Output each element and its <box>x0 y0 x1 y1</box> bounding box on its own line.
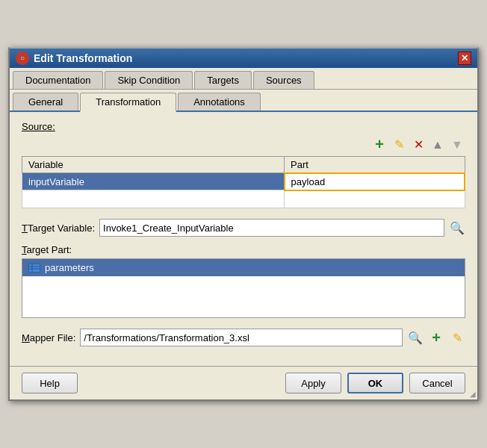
table-row-empty <box>22 190 465 208</box>
cell-part: payload <box>285 173 465 190</box>
tab-skip-condition[interactable]: Skip Condition <box>105 71 193 89</box>
target-variable-search-button[interactable]: 🔍 <box>449 220 465 236</box>
title-bar: ○ Edit Transformation ✕ <box>10 49 477 68</box>
source-toolbar: + ✎ ✕ ▲ ▼ <box>22 137 465 153</box>
action-buttons: Apply OK Cancel <box>285 373 465 393</box>
add-source-button[interactable]: + <box>371 137 388 153</box>
cancel-button[interactable]: Cancel <box>409 373 465 393</box>
tab-row-2: General Transformation Annotations <box>10 90 477 112</box>
source-table: Variable Part inputVariable payload <box>22 156 465 209</box>
tab-documentation[interactable]: Documentation <box>13 71 103 89</box>
delete-source-button[interactable]: ✕ <box>410 137 426 153</box>
ok-button[interactable]: OK <box>347 373 403 393</box>
mapper-file-label: Mapper File: <box>22 332 75 343</box>
app-icon: ○ <box>16 52 29 65</box>
table-row[interactable]: inputVariable payload <box>22 173 465 190</box>
svg-rect-0 <box>29 264 40 272</box>
target-part-list[interactable]: parameters <box>22 258 465 318</box>
move-up-button[interactable]: ▲ <box>429 137 446 153</box>
close-button[interactable]: ✕ <box>458 52 471 65</box>
target-part-name: parameters <box>45 262 94 273</box>
resize-handle[interactable]: ◢ <box>470 390 476 398</box>
move-down-button[interactable]: ▼ <box>449 137 465 153</box>
apply-button[interactable]: Apply <box>285 373 341 393</box>
cell-variable: inputVariable <box>22 173 285 190</box>
target-part-item[interactable]: parameters <box>22 259 465 276</box>
source-label: Source: <box>22 121 465 132</box>
target-variable-input[interactable] <box>99 219 444 237</box>
tab-general[interactable]: General <box>13 93 78 111</box>
target-part-label: Target Part: <box>22 244 72 255</box>
tab-sources[interactable]: Sources <box>253 71 314 89</box>
mapper-file-row: Mapper File: 🔍 + ✎ <box>22 329 465 346</box>
mapper-edit-button[interactable]: ✎ <box>449 329 465 346</box>
column-part: Part <box>285 156 465 173</box>
tab-annotations[interactable]: Annotations <box>178 93 261 111</box>
mapper-search-button[interactable]: 🔍 <box>407 329 424 346</box>
help-button[interactable]: Help <box>22 373 78 393</box>
window-title: Edit Transformation <box>34 52 132 64</box>
mapper-file-input[interactable] <box>80 329 403 346</box>
target-variable-label: TTarget Variable: <box>22 223 95 234</box>
tab-targets[interactable]: Targets <box>194 71 252 89</box>
column-variable: Variable <box>22 156 285 173</box>
bottom-bar: Help Apply OK Cancel <box>10 366 477 399</box>
target-part-icon <box>28 264 40 273</box>
tab-row-1: Documentation Skip Condition Targets Sou… <box>10 68 477 90</box>
tab-transformation[interactable]: Transformation <box>80 93 176 112</box>
edit-source-button[interactable]: ✎ <box>391 137 407 153</box>
mapper-add-button[interactable]: + <box>428 329 444 346</box>
edit-transformation-dialog: ○ Edit Transformation ✕ Documentation Sk… <box>8 47 479 402</box>
target-variable-row: TTarget Variable: 🔍 <box>22 219 465 237</box>
main-content: Source: + ✎ ✕ ▲ ▼ Variable Part inputVar… <box>10 112 477 367</box>
